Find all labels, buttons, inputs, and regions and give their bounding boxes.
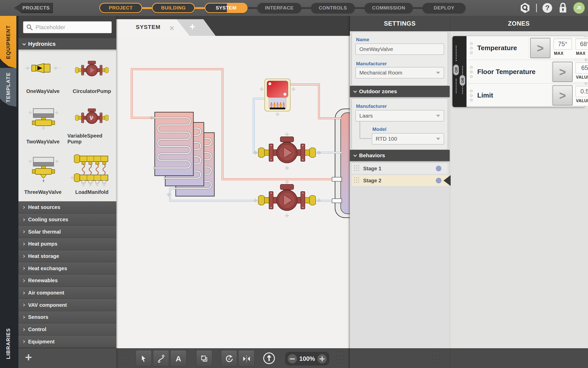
step-system[interactable]: SYSTEM bbox=[205, 3, 248, 13]
zoom-in-button[interactable] bbox=[317, 354, 327, 363]
drag-handle-icon[interactable] bbox=[354, 177, 360, 184]
name-field[interactable] bbox=[359, 46, 440, 52]
behavior-output-dot[interactable] bbox=[436, 178, 441, 183]
value-input[interactable]: 65 bbox=[575, 62, 588, 73]
category-heat-sources[interactable]: Heat sources bbox=[18, 201, 116, 214]
equipment-sidebar: Hydronics OneWayValve bbox=[18, 16, 116, 368]
circulator-pump-1[interactable] bbox=[258, 137, 316, 163]
circulator-pump-2[interactable] bbox=[258, 184, 316, 211]
chevron-right-icon bbox=[22, 316, 25, 319]
select-tool-button[interactable] bbox=[136, 351, 152, 367]
step-deploy[interactable]: DEPLOY bbox=[423, 3, 465, 13]
step-controls[interactable]: CONTROLS bbox=[311, 3, 355, 13]
step-interface[interactable]: INTERFACE bbox=[257, 3, 301, 13]
chevron-right-icon bbox=[22, 304, 25, 307]
section-hydronics[interactable]: Hydronics bbox=[18, 38, 116, 49]
zoom-out-button[interactable] bbox=[288, 354, 297, 363]
equipment-item-circulatorpump[interactable]: CirculatorPump bbox=[68, 49, 117, 100]
search-icon bbox=[26, 24, 33, 31]
help-icon[interactable]: ? bbox=[542, 3, 553, 13]
cursor-icon bbox=[140, 355, 148, 363]
upload-button[interactable] bbox=[263, 352, 275, 366]
connection-points[interactable] bbox=[470, 42, 473, 54]
zone-row-label: Temperature bbox=[477, 36, 517, 60]
equipment-grid: OneWayValve CirculatorPump bbox=[18, 49, 116, 201]
projects-back-button[interactable]: PROJECTS bbox=[14, 3, 53, 13]
toolbar-drag-handle[interactable] bbox=[120, 351, 129, 366]
category-cooling-sources[interactable]: Cooling sources bbox=[18, 214, 116, 226]
step-connector bbox=[142, 7, 152, 9]
tab-libraries[interactable]: LIBRARIES bbox=[0, 327, 16, 360]
search-box[interactable] bbox=[23, 21, 112, 33]
manufacturer-select[interactable]: Mechanical Room bbox=[356, 67, 444, 78]
projects-back-label: PROJECTS bbox=[23, 5, 50, 11]
value-input[interactable]: 75° bbox=[553, 38, 572, 50]
search-input[interactable] bbox=[36, 24, 107, 31]
duplicate-tool-button[interactable] bbox=[196, 351, 212, 367]
toolbar-drag-handle[interactable] bbox=[336, 351, 345, 366]
or-operator[interactable]: OR bbox=[453, 65, 459, 75]
equipment-item-threewayvalve[interactable]: ThreeWayValve bbox=[18, 150, 68, 201]
behavior-stage-1[interactable]: Stage 1 bbox=[352, 163, 448, 174]
model-select[interactable]: RTD 100 bbox=[372, 133, 444, 144]
equipment-item-twowayvalve[interactable]: TwoWayValve bbox=[18, 100, 68, 150]
category-heat-pumps[interactable]: Heat pumps bbox=[18, 238, 116, 250]
or-operator[interactable]: OR bbox=[460, 75, 465, 86]
step-connector bbox=[247, 7, 258, 9]
category-vav-component[interactable]: VAV component bbox=[18, 299, 116, 311]
tab-template[interactable]: TEMPLATE bbox=[0, 68, 16, 107]
loadmanifold-icon bbox=[70, 150, 114, 189]
equipment-item-onewayvalve[interactable]: OneWayValve bbox=[18, 49, 68, 100]
category-equipment[interactable]: Equipment bbox=[18, 335, 116, 348]
connection-points[interactable] bbox=[470, 90, 473, 101]
category-air-component[interactable]: Air component bbox=[18, 287, 116, 299]
settings-header: SETTINGS bbox=[350, 16, 450, 31]
avatar[interactable]: JE bbox=[573, 2, 585, 14]
operator-button[interactable]: > bbox=[552, 62, 573, 82]
category-list: Heat sources Cooling sources Solar therm… bbox=[18, 201, 116, 348]
category-heat-storage[interactable]: Heat storage bbox=[18, 250, 116, 262]
chevron-right-icon bbox=[22, 328, 25, 331]
step-building[interactable]: BUILDING bbox=[152, 3, 195, 13]
boiler[interactable] bbox=[265, 79, 290, 111]
add-library-button[interactable]: + bbox=[25, 351, 32, 363]
step-project[interactable]: PROJECT bbox=[99, 3, 142, 13]
radiant-panel-1[interactable] bbox=[153, 112, 193, 176]
step-commission[interactable]: COMMISSION bbox=[364, 3, 413, 13]
zones-footer bbox=[450, 348, 588, 368]
operator-button[interactable]: > bbox=[552, 85, 573, 106]
category-solar-thermal[interactable]: Solar thermal bbox=[18, 226, 116, 238]
category-sensors[interactable]: Sensors bbox=[18, 311, 116, 323]
section-outdoor-zones[interactable]: Outdoor zones bbox=[350, 86, 450, 97]
equipment-item-loadmanifold[interactable]: LoadManifold bbox=[68, 150, 117, 201]
behavior-output-dot[interactable] bbox=[436, 166, 441, 171]
logic-connector bbox=[462, 87, 463, 94]
system-canvas[interactable] bbox=[116, 36, 350, 348]
value-caption: MAX bbox=[554, 51, 563, 56]
equipment-item-variablespeedpump[interactable]: V VariableSpeed Pump bbox=[68, 100, 117, 150]
chevron-right-icon bbox=[22, 340, 25, 343]
inspect-icon[interactable] bbox=[519, 2, 531, 14]
manufacturer-label: Manufacturer bbox=[356, 61, 387, 67]
mirror-tool-button[interactable] bbox=[238, 351, 254, 367]
name-label: Name bbox=[356, 37, 369, 43]
drag-handle-icon[interactable] bbox=[354, 165, 360, 172]
category-control[interactable]: Control bbox=[18, 323, 116, 336]
text-tool-button[interactable]: A bbox=[170, 351, 186, 367]
panel-drag-handle[interactable] bbox=[432, 351, 440, 366]
lock-icon[interactable] bbox=[558, 2, 568, 14]
rotate-tool-button[interactable] bbox=[221, 351, 237, 367]
category-heat-exchanges[interactable]: Heat exchanges bbox=[18, 262, 116, 275]
operator-button[interactable]: > bbox=[530, 38, 550, 58]
close-tab-icon[interactable] bbox=[169, 26, 174, 31]
behavior-stage-2[interactable]: Stage 2 bbox=[352, 175, 448, 186]
tab-equipment[interactable]: EQUIPMENT bbox=[0, 16, 16, 68]
connection-points[interactable] bbox=[470, 66, 473, 78]
chevron-right-icon bbox=[22, 291, 25, 294]
outdoor-manufacturer-select[interactable]: Laars bbox=[356, 110, 444, 121]
value-input[interactable]: 68° bbox=[575, 38, 588, 50]
value-input[interactable]: 0.5 bbox=[575, 86, 588, 97]
connect-tool-button[interactable] bbox=[153, 351, 169, 367]
category-renewables[interactable]: Renewables bbox=[18, 275, 116, 287]
section-behaviors[interactable]: Behaviors bbox=[350, 150, 450, 161]
